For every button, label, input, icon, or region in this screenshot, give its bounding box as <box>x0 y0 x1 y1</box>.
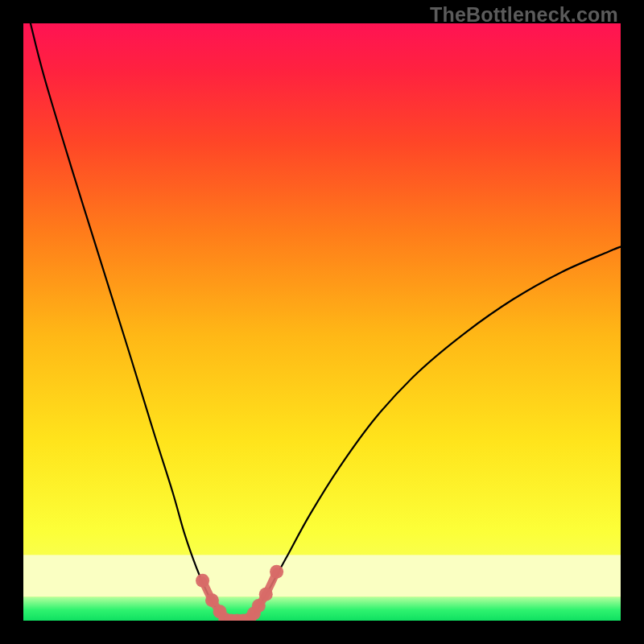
chart-frame: TheBottleneck.com <box>0 0 644 644</box>
watermark-text: TheBottleneck.com <box>430 3 618 27</box>
green-band <box>23 597 621 621</box>
marker-dot <box>259 588 273 601</box>
marker-dot <box>270 565 283 579</box>
marker-dot <box>252 599 266 613</box>
bottleneck-chart <box>23 23 621 621</box>
gradient-background <box>23 23 621 621</box>
pale-band <box>23 555 621 597</box>
marker-dot <box>205 593 219 607</box>
marker-dot <box>196 574 209 588</box>
plot-area <box>23 23 621 621</box>
